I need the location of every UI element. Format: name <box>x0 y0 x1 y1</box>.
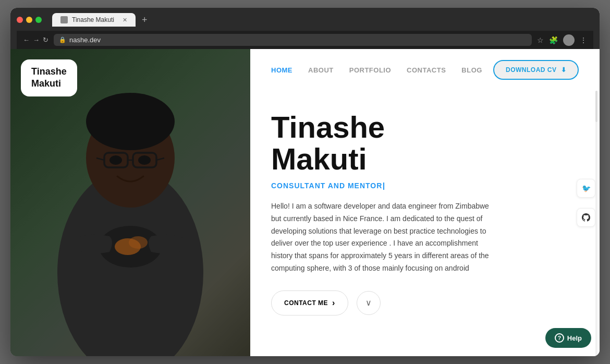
nav-portfolio[interactable]: PORTFOLIO <box>349 66 391 74</box>
content-panel: HOME ABOUT PORTFOLIO CONTACTS BLOG DOWNL… <box>250 49 600 356</box>
help-button[interactable]: ? Help <box>545 328 591 348</box>
tab-favicon <box>60 16 68 23</box>
nav-buttons: ← → ↻ <box>23 36 48 44</box>
traffic-lights <box>17 17 42 23</box>
close-button[interactable] <box>17 17 23 23</box>
extensions-icon[interactable]: 🧩 <box>549 36 558 44</box>
lock-icon: 🔒 <box>59 37 66 43</box>
twitter-icon[interactable]: 🐦 <box>577 179 595 198</box>
hero-bio: Hello! I am a software developer and dat… <box>271 200 501 275</box>
scroll-thumb <box>595 91 597 122</box>
tab-title: Tinashe Makuti <box>72 16 114 23</box>
active-tab[interactable]: Tinashe Makuti ✕ <box>52 13 136 27</box>
website-content: Tinashe Makuti HOME ABOUT PORTFOLIO CONT… <box>10 49 600 356</box>
forward-button[interactable]: → <box>33 36 40 44</box>
refresh-button[interactable]: ↻ <box>43 36 48 44</box>
minimize-button[interactable] <box>26 17 32 23</box>
main-content: Tinashe Makuti CONSULTANT AND MENTOR Hel… <box>250 91 600 356</box>
browser-controls: Tinashe Makuti ✕ + <box>17 13 593 27</box>
help-icon: ? <box>555 333 564 343</box>
chevron-down-icon: ∨ <box>365 298 372 308</box>
tab-close-icon[interactable]: ✕ <box>123 17 127 23</box>
browser-chrome: Tinashe Makuti ✕ + ← → ↻ 🔒 nashe.dev ☆ 🧩… <box>10 8 600 49</box>
browser-right-icons: ☆ 🧩 ⋮ <box>537 34 587 46</box>
profile-icon[interactable] <box>563 34 575 46</box>
action-buttons: CONTACT ME › ∨ <box>271 290 579 316</box>
cursor-bar <box>383 183 384 190</box>
contact-me-button[interactable]: CONTACT ME › <box>271 290 348 316</box>
url-box[interactable]: 🔒 nashe.dev <box>54 34 532 46</box>
site-logo[interactable]: Tinashe Makuti <box>21 59 77 96</box>
address-bar: ← → ↻ 🔒 nashe.dev ☆ 🧩 ⋮ <box>17 31 593 49</box>
hero-name: Tinashe Makuti <box>271 112 579 175</box>
nav-contacts[interactable]: CONTACTS <box>407 66 446 74</box>
nav-home[interactable]: HOME <box>271 66 292 74</box>
download-icon: ⬇ <box>561 66 567 74</box>
hero-subtitle: CONSULTANT AND MENTOR <box>271 181 579 190</box>
nav-links: HOME ABOUT PORTFOLIO CONTACTS BLOG <box>271 66 493 74</box>
scroll-down-button[interactable]: ∨ <box>357 291 381 315</box>
new-tab-button[interactable]: + <box>140 15 150 26</box>
site-nav: HOME ABOUT PORTFOLIO CONTACTS BLOG DOWNL… <box>250 49 600 91</box>
browser-window: Tinashe Makuti ✕ + ← → ↻ 🔒 nashe.dev ☆ 🧩… <box>10 8 600 356</box>
photo-panel: Tinashe Makuti <box>10 49 250 356</box>
tab-bar: Tinashe Makuti ✕ + <box>52 13 150 27</box>
maximize-button[interactable] <box>35 17 42 23</box>
menu-icon[interactable]: ⋮ <box>580 36 587 44</box>
url-text: nashe.dev <box>69 36 101 44</box>
scrollbar[interactable] <box>595 91 597 356</box>
nav-blog[interactable]: BLOG <box>461 66 482 74</box>
download-cv-button[interactable]: DOWNLOAD CV ⬇ <box>493 60 579 80</box>
arrow-icon: › <box>332 298 335 308</box>
github-icon[interactable] <box>577 208 595 227</box>
back-button[interactable]: ← <box>23 36 30 44</box>
nav-about[interactable]: ABOUT <box>308 66 334 74</box>
bookmark-icon[interactable]: ☆ <box>537 36 544 44</box>
